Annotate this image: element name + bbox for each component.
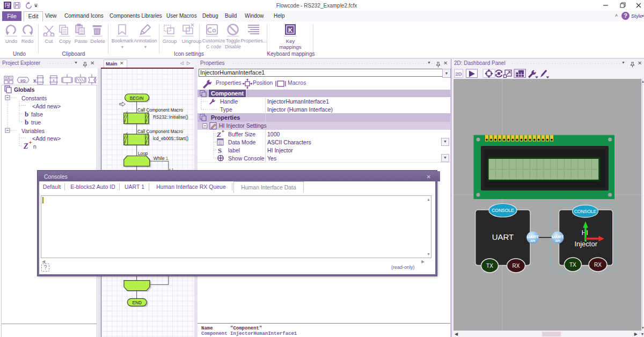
svg-text:API: API [530,239,536,243]
svg-text:+: + [222,129,224,134]
svg-text:Z: Z [216,130,221,138]
svg-text:END: END [133,300,142,305]
svg-text:CONSOLE: CONSOLE [574,209,597,214]
svg-text:TX: TX [569,262,576,268]
svg-text:TX: TX [486,263,493,269]
svg-text:K: K [288,27,292,33]
svg-text:x: x [53,78,55,82]
svg-text:+: + [29,140,32,145]
svg-text:RX: RX [513,263,520,269]
svg-text:UART: UART [552,235,564,239]
svg-text:RX: RX [594,262,602,268]
svg-text:Z: Z [23,142,28,150]
svg-text:b: b [25,110,28,118]
svg-text:S: S [218,146,222,155]
svg-text:lcd_eb005::Start(): lcd_eb005::Start() [153,136,188,141]
svg-text:I/O: I/O [20,79,26,83]
svg-text:BEGIN: BEGIN [130,96,144,101]
svg-text:x: x [33,78,36,84]
svg-text:API: API [555,239,561,243]
svg-text:UART: UART [526,235,538,239]
svg-text:b: b [25,118,28,126]
svg-text:Loop: Loop [138,151,148,156]
svg-text:Call Component Macro: Call Component Macro [137,129,183,134]
svg-text:CONSOLE: CONSOLE [492,208,514,213]
svg-text:UART: UART [492,232,514,241]
svg-text:While 1: While 1 [153,156,169,161]
svg-text:Call Component Macro: Call Component Macro [137,107,183,113]
svg-text:RS232::Initialise(): RS232::Initialise() [153,114,188,120]
svg-text:2D: 2D [456,71,462,77]
